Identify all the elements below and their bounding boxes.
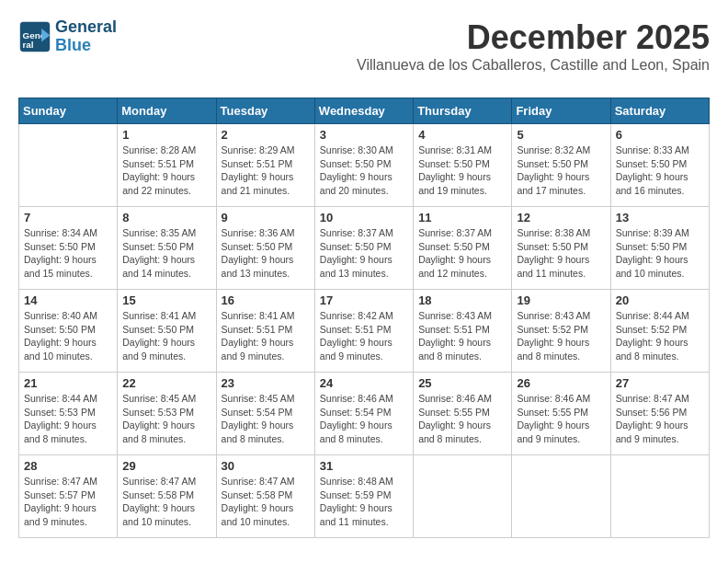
weekday-header-thursday: Thursday — [414, 98, 512, 124]
day-number: 5 — [517, 128, 605, 142]
calendar-cell: 23Sunrise: 8:45 AMSunset: 5:54 PMDayligh… — [216, 373, 314, 455]
weekday-header-friday: Friday — [512, 98, 610, 124]
day-info: Sunrise: 8:37 AMSunset: 5:50 PMDaylight:… — [418, 226, 506, 281]
day-info: Sunrise: 8:42 AMSunset: 5:51 PMDaylight:… — [320, 309, 408, 363]
day-info: Sunrise: 8:34 AMSunset: 5:50 PMDaylight:… — [24, 226, 112, 281]
day-info: Sunrise: 8:43 AMSunset: 5:52 PMDaylight:… — [517, 309, 605, 363]
day-info: Sunrise: 8:38 AMSunset: 5:50 PMDaylight:… — [517, 226, 605, 281]
day-number: 13 — [616, 211, 704, 224]
day-info: Sunrise: 8:40 AMSunset: 5:50 PMDaylight:… — [24, 309, 112, 363]
calendar-cell — [414, 455, 512, 538]
day-info: Sunrise: 8:47 AMSunset: 5:58 PMDaylight:… — [222, 475, 310, 529]
day-number: 20 — [616, 293, 704, 307]
day-info: Sunrise: 8:46 AMSunset: 5:55 PMDaylight:… — [418, 392, 506, 446]
day-number: 1 — [122, 128, 210, 142]
calendar-cell: 21Sunrise: 8:44 AMSunset: 5:53 PMDayligh… — [19, 373, 118, 455]
calendar-cell: 30Sunrise: 8:47 AMSunset: 5:58 PMDayligh… — [216, 455, 314, 538]
day-number: 7 — [24, 211, 112, 224]
weekday-header-tuesday: Tuesday — [216, 98, 314, 124]
day-info: Sunrise: 8:47 AMSunset: 5:58 PMDaylight:… — [122, 475, 210, 529]
day-info: Sunrise: 8:48 AMSunset: 5:59 PMDaylight:… — [320, 475, 408, 529]
week-row-4: 21Sunrise: 8:44 AMSunset: 5:53 PMDayligh… — [19, 373, 710, 455]
day-number: 15 — [122, 293, 210, 307]
day-number: 9 — [222, 211, 310, 224]
calendar-title: December 2025 — [357, 18, 710, 57]
day-number: 10 — [320, 211, 408, 224]
day-number: 16 — [222, 293, 310, 307]
calendar-cell — [19, 124, 118, 207]
day-info: Sunrise: 8:32 AMSunset: 5:50 PMDaylight:… — [517, 144, 605, 198]
calendar-cell: 27Sunrise: 8:47 AMSunset: 5:56 PMDayligh… — [610, 373, 709, 455]
day-number: 4 — [418, 128, 506, 142]
calendar-cell: 31Sunrise: 8:48 AMSunset: 5:59 PMDayligh… — [314, 455, 413, 538]
calendar-cell: 1Sunrise: 8:28 AMSunset: 5:51 PMDaylight… — [118, 124, 216, 207]
day-info: Sunrise: 8:46 AMSunset: 5:54 PMDaylight:… — [320, 392, 408, 446]
day-number: 14 — [24, 293, 112, 307]
weekday-header-sunday: Sunday — [19, 98, 118, 124]
logo: Gene- ral General Blue — [18, 18, 117, 55]
day-info: Sunrise: 8:33 AMSunset: 5:50 PMDaylight:… — [616, 144, 704, 198]
calendar-cell: 15Sunrise: 8:41 AMSunset: 5:50 PMDayligh… — [118, 290, 216, 373]
calendar-cell: 28Sunrise: 8:47 AMSunset: 5:57 PMDayligh… — [19, 455, 118, 538]
day-number: 26 — [517, 376, 605, 390]
day-number: 11 — [418, 211, 506, 224]
day-number: 28 — [24, 459, 112, 473]
day-info: Sunrise: 8:35 AMSunset: 5:50 PMDaylight:… — [122, 226, 210, 281]
day-info: Sunrise: 8:45 AMSunset: 5:54 PMDaylight:… — [222, 392, 310, 446]
calendar-cell: 9Sunrise: 8:36 AMSunset: 5:50 PMDaylight… — [216, 207, 314, 290]
calendar-cell: 18Sunrise: 8:43 AMSunset: 5:51 PMDayligh… — [414, 290, 512, 373]
day-number: 24 — [320, 376, 408, 390]
svg-text:ral: ral — [23, 39, 34, 49]
day-info: Sunrise: 8:45 AMSunset: 5:53 PMDaylight:… — [122, 392, 210, 446]
calendar-cell: 14Sunrise: 8:40 AMSunset: 5:50 PMDayligh… — [19, 290, 118, 373]
logo-line2: Blue — [55, 37, 117, 55]
calendar-cell: 26Sunrise: 8:46 AMSunset: 5:55 PMDayligh… — [512, 373, 610, 455]
calendar-cell: 17Sunrise: 8:42 AMSunset: 5:51 PMDayligh… — [314, 290, 413, 373]
calendar-cell: 19Sunrise: 8:43 AMSunset: 5:52 PMDayligh… — [512, 290, 610, 373]
day-number: 22 — [122, 376, 210, 390]
day-info: Sunrise: 8:37 AMSunset: 5:50 PMDaylight:… — [320, 226, 408, 281]
day-info: Sunrise: 8:28 AMSunset: 5:51 PMDaylight:… — [122, 144, 210, 198]
calendar-cell: 25Sunrise: 8:46 AMSunset: 5:55 PMDayligh… — [414, 373, 512, 455]
calendar-cell: 4Sunrise: 8:31 AMSunset: 5:50 PMDaylight… — [414, 124, 512, 207]
week-row-3: 14Sunrise: 8:40 AMSunset: 5:50 PMDayligh… — [19, 290, 710, 373]
calendar-cell: 29Sunrise: 8:47 AMSunset: 5:58 PMDayligh… — [118, 455, 216, 538]
day-info: Sunrise: 8:46 AMSunset: 5:55 PMDaylight:… — [517, 392, 605, 446]
day-number: 21 — [24, 376, 112, 390]
calendar-cell — [512, 455, 610, 538]
calendar-cell: 22Sunrise: 8:45 AMSunset: 5:53 PMDayligh… — [118, 373, 216, 455]
calendar-cell: 2Sunrise: 8:29 AMSunset: 5:51 PMDaylight… — [216, 124, 314, 207]
calendar-table: SundayMondayTuesdayWednesdayThursdayFrid… — [18, 98, 710, 538]
day-info: Sunrise: 8:30 AMSunset: 5:50 PMDaylight:… — [320, 144, 408, 198]
day-number: 3 — [320, 128, 408, 142]
calendar-cell: 24Sunrise: 8:46 AMSunset: 5:54 PMDayligh… — [314, 373, 413, 455]
day-number: 27 — [616, 376, 704, 390]
calendar-cell: 5Sunrise: 8:32 AMSunset: 5:50 PMDaylight… — [512, 124, 610, 207]
day-info: Sunrise: 8:44 AMSunset: 5:52 PMDaylight:… — [616, 309, 704, 363]
calendar-cell: 20Sunrise: 8:44 AMSunset: 5:52 PMDayligh… — [610, 290, 709, 373]
day-number: 31 — [320, 459, 408, 473]
logo-text: General Blue — [55, 18, 117, 55]
day-number: 17 — [320, 293, 408, 307]
page-header: Gene- ral General Blue December 2025 Vil… — [18, 18, 710, 88]
day-number: 19 — [517, 293, 605, 307]
logo-line1: General — [55, 18, 117, 37]
day-info: Sunrise: 8:29 AMSunset: 5:51 PMDaylight:… — [222, 144, 310, 198]
calendar-cell: 13Sunrise: 8:39 AMSunset: 5:50 PMDayligh… — [610, 207, 709, 290]
day-number: 18 — [418, 293, 506, 307]
day-number: 23 — [222, 376, 310, 390]
calendar-cell: 11Sunrise: 8:37 AMSunset: 5:50 PMDayligh… — [414, 207, 512, 290]
day-number: 2 — [222, 128, 310, 142]
day-info: Sunrise: 8:39 AMSunset: 5:50 PMDaylight:… — [616, 226, 704, 281]
day-number: 29 — [122, 459, 210, 473]
day-info: Sunrise: 8:31 AMSunset: 5:50 PMDaylight:… — [418, 144, 506, 198]
calendar-cell — [610, 455, 709, 538]
week-row-5: 28Sunrise: 8:47 AMSunset: 5:57 PMDayligh… — [19, 455, 710, 538]
day-number: 12 — [517, 211, 605, 224]
day-number: 30 — [222, 459, 310, 473]
day-info: Sunrise: 8:36 AMSunset: 5:50 PMDaylight:… — [222, 226, 310, 281]
logo-icon: Gene- ral — [18, 20, 51, 53]
calendar-cell: 8Sunrise: 8:35 AMSunset: 5:50 PMDaylight… — [118, 207, 216, 290]
calendar-cell: 10Sunrise: 8:37 AMSunset: 5:50 PMDayligh… — [314, 207, 413, 290]
day-info: Sunrise: 8:41 AMSunset: 5:50 PMDaylight:… — [122, 309, 210, 363]
